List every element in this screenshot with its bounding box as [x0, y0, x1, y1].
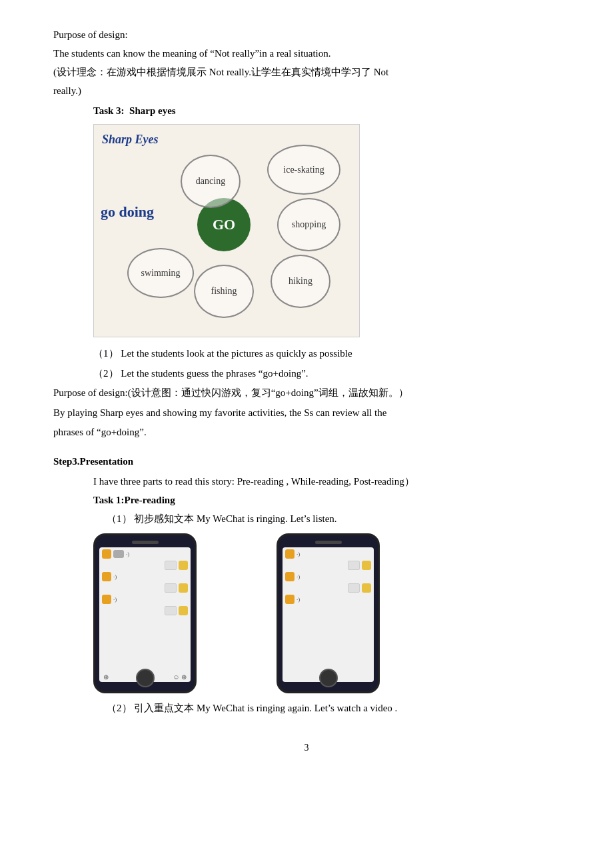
- avatar-p2-5: [285, 595, 295, 604]
- sharp-eyes-image: Sharp Eyes go doing GO dancing ice-skati…: [93, 124, 360, 337]
- chat-bubble-3: ·): [102, 572, 188, 581]
- circle-shopping: shopping: [277, 198, 340, 251]
- avatar-2: [179, 561, 188, 570]
- avatar-p2-3: [285, 572, 295, 581]
- phone1-screen: ·) ·) ·): [99, 547, 191, 682]
- chat-bubble-p2-2: [285, 561, 371, 570]
- chat-bubble-4: [102, 583, 188, 593]
- msg-icon-4: [165, 583, 177, 593]
- chat-bubble-p2-4: [285, 583, 371, 593]
- chat-bubble-5: ·): [102, 595, 188, 604]
- go-doing-label: go doing: [101, 203, 154, 221]
- msg-indicator: [113, 550, 124, 558]
- msg-icon-p2-4: [348, 583, 360, 593]
- phone2-container: ·) ·) ·): [277, 533, 380, 693]
- step3-heading: Step3.Presentation: [53, 453, 560, 469]
- sharp-eyes-title: Sharp Eyes: [102, 133, 159, 147]
- phone2-speaker: [315, 541, 342, 544]
- task3-purpose2: By playing Sharp eyes and showing my fav…: [53, 405, 560, 422]
- purpose-line2: The students can know the meaning of “No…: [53, 45, 560, 61]
- phone1-home: [136, 669, 155, 687]
- task3-step1: （1） Let the students look at the picture…: [93, 345, 560, 363]
- circle-dancing: dancing: [181, 155, 241, 208]
- msg-icon-2: [165, 561, 177, 570]
- phone2-screen: ·) ·) ·): [283, 547, 374, 682]
- task3-purpose1: Purpose of design:(设计意图：通过快闪游戏，复习“go+doi…: [53, 385, 560, 402]
- circle-swimming: swimming: [127, 248, 194, 298]
- avatar-4: [179, 583, 188, 593]
- phones-row: ·) ·) ·): [93, 533, 560, 693]
- chat-bubble-2: [102, 561, 188, 570]
- avatar-p2-4: [362, 583, 371, 593]
- chat-bubble-6: [102, 606, 188, 615]
- phone1-container: ·) ·) ·): [93, 533, 197, 693]
- task1-heading: Task 1:Pre-reading: [93, 492, 560, 508]
- task3-purpose3: phrases of “go+doing”.: [53, 424, 560, 441]
- chat-bubble-p2-3: ·): [285, 572, 371, 581]
- task1-step1: （1） 初步感知文本 My WeChat is ringing. Let’s l…: [107, 511, 560, 527]
- task3-heading: Task 3: Sharp eyes: [93, 103, 560, 119]
- page-number: 3: [53, 743, 560, 753]
- avatar-1: [102, 549, 111, 559]
- chat-bubble-1: ·): [102, 549, 188, 559]
- avatar-5: [102, 595, 111, 604]
- chat-bubble-p2-1: ·): [285, 549, 371, 559]
- circle-ice-skating: ice-skating: [267, 145, 340, 195]
- chat-bubble-p2-5: ·): [285, 595, 371, 604]
- purpose-line4: really.): [53, 83, 560, 99]
- purpose-line1: Purpose of design:: [53, 27, 560, 43]
- avatar-6: [179, 606, 188, 615]
- purpose-line3: (设计理念：在游戏中根据情境展示 Not really.让学生在真实情境中学习了…: [53, 64, 560, 80]
- task3-step2: （2） Let the students guess the phrases “…: [93, 365, 560, 383]
- phone2: ·) ·) ·): [277, 533, 380, 693]
- avatar-p2-2: [362, 561, 371, 570]
- page-content: Purpose of design: The students can know…: [53, 27, 560, 753]
- avatar-p2-1: [285, 549, 295, 559]
- circle-hiking: hiking: [271, 255, 330, 308]
- msg-icon-6: [165, 606, 177, 615]
- msg-icon-p2-2: [348, 561, 360, 570]
- phone1: ·) ·) ·): [93, 533, 197, 693]
- avatar-3: [102, 572, 111, 581]
- step3-intro: I have three parts to read this story: P…: [93, 473, 560, 489]
- phone1-speaker: [132, 541, 159, 544]
- task1-step2: （2） 引入重点文本 My WeChat is ringing again. L…: [107, 700, 560, 716]
- circle-fishing: fishing: [194, 265, 254, 318]
- phone2-home: [319, 669, 338, 687]
